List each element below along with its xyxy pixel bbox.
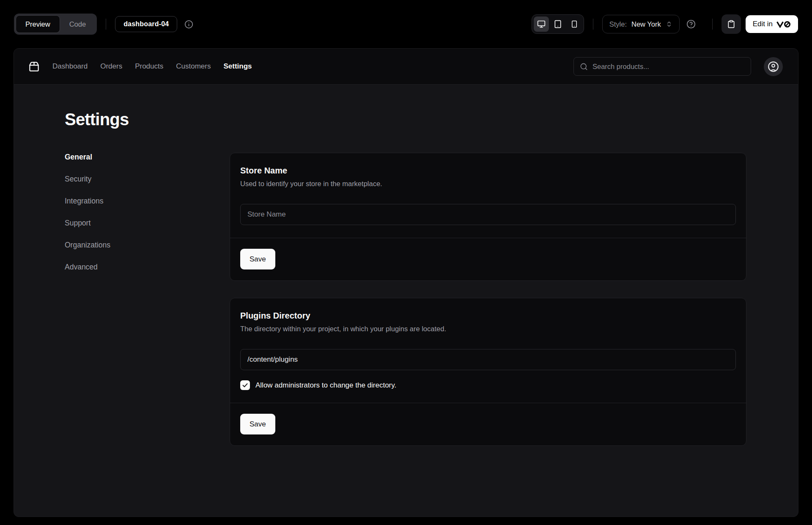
card-header: Plugins Directory The directory within y… bbox=[230, 298, 746, 333]
toolbar-divider bbox=[106, 19, 106, 30]
check-icon bbox=[242, 382, 248, 388]
card-title: Store Name bbox=[240, 166, 736, 176]
card-footer: Save bbox=[230, 403, 746, 445]
toolbar-right: Style: New York Edit in bbox=[532, 14, 798, 34]
style-select[interactable]: Style: New York bbox=[602, 15, 680, 33]
plugins-directory-card: Plugins Directory The directory within y… bbox=[230, 298, 746, 446]
user-menu-button[interactable] bbox=[764, 57, 783, 76]
store-name-card: Store Name Used to identify your store i… bbox=[230, 153, 746, 281]
sidebar-item-security[interactable]: Security bbox=[65, 175, 230, 184]
save-button[interactable]: Save bbox=[240, 414, 275, 434]
v0-logo-icon bbox=[776, 21, 791, 28]
card-description: The directory within your project, in wh… bbox=[240, 325, 736, 333]
card-content: Allow administrators to change the direc… bbox=[230, 333, 746, 403]
desktop-view-button[interactable] bbox=[534, 16, 549, 32]
desktop-icon bbox=[537, 20, 546, 28]
v0-toolbar: Preview Code dashboard-04 bbox=[0, 0, 812, 48]
style-select-value: New York bbox=[631, 20, 661, 28]
store-name-input[interactable] bbox=[240, 204, 736, 225]
toolbar-divider bbox=[593, 19, 593, 30]
nav-item-products[interactable]: Products bbox=[135, 62, 163, 71]
search-icon bbox=[580, 63, 588, 71]
settings-grid: General Security Integrations Support Or… bbox=[65, 153, 746, 446]
device-toggle-group bbox=[532, 14, 584, 34]
search-products-box bbox=[573, 57, 751, 76]
sidebar-item-general[interactable]: General bbox=[65, 153, 230, 162]
card-header: Store Name Used to identify your store i… bbox=[230, 153, 746, 188]
help-icon[interactable] bbox=[686, 19, 696, 29]
sidebar-item-organizations[interactable]: Organizations bbox=[65, 241, 230, 250]
checkbox-label: Allow administrators to change the direc… bbox=[255, 381, 396, 390]
settings-sidebar: General Security Integrations Support Or… bbox=[65, 153, 230, 272]
nav-item-settings[interactable]: Settings bbox=[223, 62, 252, 71]
save-button[interactable]: Save bbox=[240, 249, 275, 269]
edit-in-v0-label: Edit in bbox=[753, 20, 773, 28]
edit-in-v0-button[interactable]: Edit in bbox=[746, 15, 798, 33]
preview-tab[interactable]: Preview bbox=[16, 15, 60, 33]
tablet-icon bbox=[554, 20, 562, 28]
package-logo-icon[interactable] bbox=[28, 61, 40, 72]
sidebar-item-integrations[interactable]: Integrations bbox=[65, 197, 230, 206]
project-name-badge[interactable]: dashboard-04 bbox=[115, 16, 177, 32]
style-select-label: Style: bbox=[609, 20, 627, 28]
card-description: Used to identify your store in the marke… bbox=[240, 180, 736, 188]
settings-page: Settings General Security Integrations S… bbox=[14, 85, 798, 517]
store-header: Dashboard Orders Products Customers Sett… bbox=[14, 49, 798, 85]
code-tab[interactable]: Code bbox=[60, 15, 95, 33]
tablet-view-button[interactable] bbox=[550, 16, 565, 32]
allow-admins-checkbox-row[interactable]: Allow administrators to change the direc… bbox=[240, 380, 736, 390]
nav-item-customers[interactable]: Customers bbox=[176, 62, 211, 71]
search-products-input[interactable] bbox=[593, 63, 745, 71]
smartphone-icon bbox=[571, 20, 578, 28]
sidebar-item-advanced[interactable]: Advanced bbox=[65, 263, 230, 272]
settings-cards: Store Name Used to identify your store i… bbox=[230, 153, 746, 446]
main-nav: Dashboard Orders Products Customers Sett… bbox=[52, 62, 252, 71]
preview-frame: Dashboard Orders Products Customers Sett… bbox=[14, 48, 798, 517]
toolbar-divider bbox=[712, 19, 713, 30]
info-icon[interactable] bbox=[184, 20, 193, 29]
circle-user-icon bbox=[768, 61, 779, 72]
sidebar-item-support[interactable]: Support bbox=[65, 219, 230, 228]
nav-item-dashboard[interactable]: Dashboard bbox=[52, 62, 88, 71]
nav-item-orders[interactable]: Orders bbox=[100, 62, 122, 71]
checkbox-checked[interactable] bbox=[240, 380, 250, 390]
chevrons-up-down-icon bbox=[666, 21, 672, 27]
plugins-directory-input[interactable] bbox=[240, 349, 736, 370]
card-content bbox=[230, 188, 746, 238]
toolbar-left: Preview Code dashboard-04 bbox=[14, 14, 193, 35]
page-title: Settings bbox=[65, 110, 746, 129]
clipboard-icon bbox=[727, 20, 735, 28]
card-footer: Save bbox=[230, 238, 746, 280]
copy-code-button[interactable] bbox=[721, 14, 741, 34]
mobile-view-button[interactable] bbox=[567, 16, 582, 32]
card-title: Plugins Directory bbox=[240, 311, 736, 321]
preview-code-toggle: Preview Code bbox=[14, 14, 97, 35]
